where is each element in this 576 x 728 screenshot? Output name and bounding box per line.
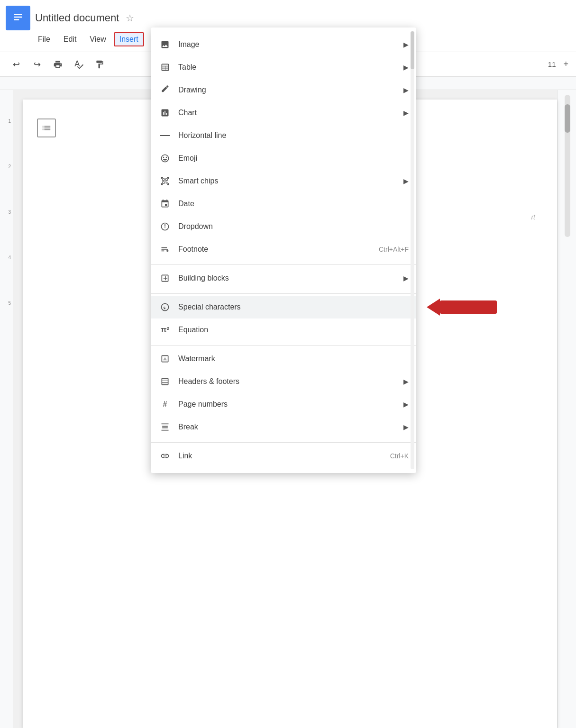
redo-button[interactable]: ↪ bbox=[28, 56, 46, 73]
insert-special-characters-item[interactable]: Special characters bbox=[151, 296, 416, 318]
equation-icon: π² bbox=[158, 323, 172, 337]
ruler-mark-3: 3 bbox=[8, 209, 11, 215]
app-icon bbox=[6, 6, 30, 30]
scrollbar-thumb[interactable] bbox=[565, 104, 570, 133]
page-numbers-arrow: ▶ bbox=[403, 400, 409, 408]
right-panel bbox=[557, 90, 576, 728]
insert-menu-section-5: Link Ctrl+K bbox=[151, 442, 416, 469]
link-icon bbox=[158, 449, 172, 463]
arrow-body bbox=[440, 300, 497, 314]
headers-footers-icon bbox=[158, 375, 172, 388]
drawing-icon bbox=[158, 83, 172, 97]
footnote-shortcut: Ctrl+Alt+F bbox=[379, 246, 409, 253]
emoji-label: Emoji bbox=[178, 154, 409, 163]
insert-headers-footers-item[interactable]: Headers & footers ▶ bbox=[151, 370, 416, 393]
image-icon bbox=[158, 38, 172, 51]
link-shortcut: Ctrl+K bbox=[390, 452, 409, 460]
footnote-icon bbox=[158, 243, 172, 256]
annotation-arrow bbox=[440, 300, 497, 314]
insert-menu-section-4: Watermark Headers & footers ▶ # Page num… bbox=[151, 345, 416, 440]
page-numbers-icon: # bbox=[158, 398, 172, 411]
paint-format-button[interactable] bbox=[91, 56, 108, 73]
rt-text: rt bbox=[531, 213, 535, 221]
svg-rect-1 bbox=[14, 14, 22, 15]
insert-date-item[interactable]: Date bbox=[151, 192, 416, 215]
insert-building-blocks-item[interactable]: Building blocks ▶ bbox=[151, 267, 416, 290]
equation-label: Equation bbox=[178, 326, 409, 334]
scrollbar[interactable] bbox=[565, 95, 570, 237]
insert-chart-item[interactable]: Chart ▶ bbox=[151, 101, 416, 124]
drawing-arrow: ▶ bbox=[403, 86, 409, 94]
svg-rect-5 bbox=[162, 430, 169, 431]
drawing-label: Drawing bbox=[178, 86, 403, 94]
watermark-label: Watermark bbox=[178, 355, 409, 363]
insert-watermark-item[interactable]: Watermark bbox=[151, 347, 416, 370]
star-icon[interactable]: ☆ bbox=[126, 12, 134, 24]
emoji-icon bbox=[158, 152, 172, 165]
date-icon bbox=[158, 197, 172, 210]
left-ruler: 1 2 3 4 5 bbox=[0, 90, 13, 728]
undo-button[interactable]: ↩ bbox=[8, 56, 25, 73]
insert-image-item[interactable]: Image ▶ bbox=[151, 33, 416, 56]
menu-file[interactable]: File bbox=[32, 32, 56, 46]
insert-menu-section-1: Image ▶ Table ▶ Drawing ▶ Chart ▶ bbox=[151, 31, 416, 263]
insert-emoji-item[interactable]: Emoji bbox=[151, 147, 416, 170]
date-label: Date bbox=[178, 200, 409, 208]
insert-equation-item[interactable]: π² Equation bbox=[151, 318, 416, 341]
plus-button[interactable]: + bbox=[563, 59, 568, 69]
break-icon bbox=[158, 420, 172, 434]
table-arrow: ▶ bbox=[403, 64, 409, 71]
ruler-mark-5: 5 bbox=[8, 300, 11, 306]
horizontal-line-icon bbox=[158, 129, 172, 142]
insert-page-numbers-item[interactable]: # Page numbers ▶ bbox=[151, 393, 416, 416]
doc-content-icon bbox=[37, 118, 56, 137]
svg-rect-4 bbox=[162, 424, 169, 425]
doc-title: Untitled document bbox=[35, 12, 119, 24]
horizontal-line-label: Horizontal line bbox=[178, 131, 409, 140]
headers-footers-label: Headers & footers bbox=[178, 377, 403, 386]
special-chars-icon bbox=[158, 300, 172, 314]
insert-menu-section-3: Special characters π² Equation bbox=[151, 293, 416, 343]
ruler-mark-4: 4 bbox=[8, 255, 11, 260]
dropdown-scrollbar[interactable] bbox=[411, 31, 414, 469]
svg-rect-2 bbox=[14, 17, 22, 18]
dropdown-label: Dropdown bbox=[178, 222, 409, 231]
smart-chips-arrow: ▶ bbox=[403, 177, 409, 185]
link-label: Link bbox=[178, 452, 390, 460]
insert-footnote-item[interactable]: Footnote Ctrl+Alt+F bbox=[151, 238, 416, 261]
insert-dropdown-menu: Image ▶ Table ▶ Drawing ▶ Chart ▶ bbox=[151, 27, 416, 473]
menu-view[interactable]: View bbox=[84, 32, 111, 46]
spellcheck-button[interactable] bbox=[70, 56, 87, 73]
insert-dropdown-item[interactable]: Dropdown bbox=[151, 215, 416, 238]
dropdown-icon bbox=[158, 220, 172, 233]
menu-edit[interactable]: Edit bbox=[58, 32, 82, 46]
table-icon bbox=[158, 61, 172, 74]
table-label: Table bbox=[178, 63, 403, 72]
page-number-display: 11 bbox=[548, 60, 556, 68]
building-blocks-arrow: ▶ bbox=[403, 274, 409, 282]
insert-break-item[interactable]: Break ▶ bbox=[151, 416, 416, 438]
insert-smart-chips-item[interactable]: Smart chips ▶ bbox=[151, 170, 416, 192]
break-label: Break bbox=[178, 423, 403, 431]
toolbar-divider bbox=[114, 59, 114, 70]
insert-table-item[interactable]: Table ▶ bbox=[151, 56, 416, 79]
insert-menu-section-2: Building blocks ▶ bbox=[151, 264, 416, 291]
footnote-label: Footnote bbox=[178, 245, 379, 254]
insert-link-item[interactable]: Link Ctrl+K bbox=[151, 445, 416, 467]
watermark-icon bbox=[158, 352, 172, 365]
image-arrow: ▶ bbox=[403, 41, 409, 48]
insert-horizontal-line-item[interactable]: Horizontal line bbox=[151, 124, 416, 147]
chart-arrow: ▶ bbox=[403, 109, 409, 117]
dropdown-scrollbar-thumb[interactable] bbox=[411, 31, 414, 69]
page-numbers-label: Page numbers bbox=[178, 400, 403, 409]
menu-insert[interactable]: Insert bbox=[114, 32, 144, 46]
ruler-mark-1: 1 bbox=[8, 118, 11, 124]
insert-drawing-item[interactable]: Drawing ▶ bbox=[151, 79, 416, 101]
building-blocks-label: Building blocks bbox=[178, 274, 403, 282]
chart-label: Chart bbox=[178, 109, 403, 117]
ruler-mark-2: 2 bbox=[8, 164, 11, 169]
print-button[interactable] bbox=[49, 56, 66, 73]
break-arrow: ▶ bbox=[403, 423, 409, 431]
building-blocks-icon bbox=[158, 272, 172, 285]
smart-chips-icon bbox=[158, 174, 172, 188]
